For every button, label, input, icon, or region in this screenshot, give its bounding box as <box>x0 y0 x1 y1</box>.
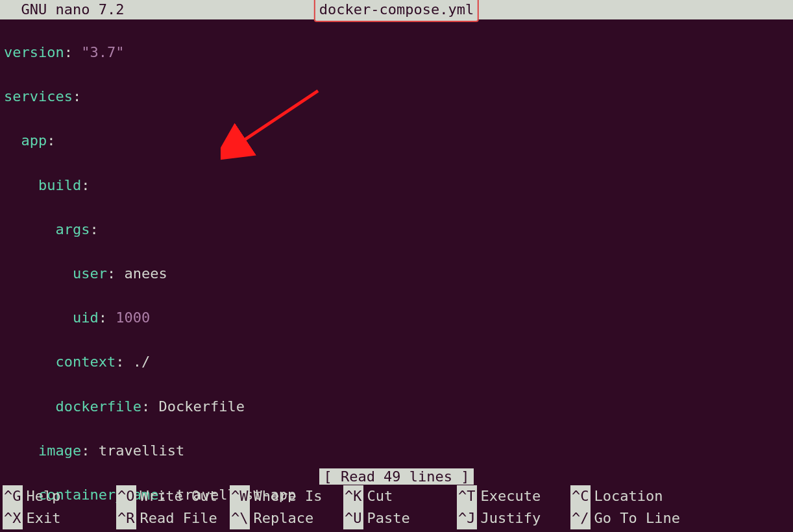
code-line: build: <box>4 175 789 197</box>
code-line: context: ./ <box>4 351 789 373</box>
filename-highlight-box: docker-compose.yml <box>314 0 479 22</box>
shortcut-row: ^XExit ^RRead File ^\Replace ^UPaste ^JJ… <box>3 507 790 529</box>
app-name: GNU nano 7.2 <box>4 0 124 21</box>
shortcut-bar: ^GHelp ^OWrite Out ^WWhere Is ^KCut ^TEx… <box>0 485 793 532</box>
nano-titlebar: GNU nano 7.2 docker-compose.yml <box>0 0 793 19</box>
shortcut-location[interactable]: ^CLocation <box>570 485 684 507</box>
code-line: uid: 1000 <box>4 307 789 329</box>
filename: docker-compose.yml <box>319 1 474 18</box>
editor-area[interactable]: version: "3.7" services: app: build: arg… <box>0 19 793 532</box>
code-line: dockerfile: Dockerfile <box>4 396 789 418</box>
shortcut-help[interactable]: ^GHelp <box>3 485 116 507</box>
shortcut-gotoline[interactable]: ^/Go To Line <box>570 507 684 529</box>
code-line: app: <box>4 130 789 152</box>
code-line: services: <box>4 86 789 108</box>
shortcut-justify[interactable]: ^JJustify <box>457 507 570 529</box>
shortcut-readfile[interactable]: ^RRead File <box>116 507 230 529</box>
code-line: version: "3.7" <box>4 42 789 64</box>
status-text: [ Read 49 lines ] <box>319 468 473 485</box>
shortcut-whereis[interactable]: ^WWhere Is <box>230 485 343 507</box>
code-line: args: <box>4 219 789 241</box>
code-line: user: anees <box>4 263 789 285</box>
shortcut-row: ^GHelp ^OWrite Out ^WWhere Is ^KCut ^TEx… <box>3 485 790 507</box>
shortcut-replace[interactable]: ^\Replace <box>230 507 343 529</box>
shortcut-writeout[interactable]: ^OWrite Out <box>116 485 230 507</box>
code-line: image: travellist <box>4 440 789 462</box>
shortcut-execute[interactable]: ^TExecute <box>457 485 570 507</box>
shortcut-exit[interactable]: ^XExit <box>3 507 116 529</box>
shortcut-paste[interactable]: ^UPaste <box>343 507 457 529</box>
shortcut-cut[interactable]: ^KCut <box>343 485 457 507</box>
